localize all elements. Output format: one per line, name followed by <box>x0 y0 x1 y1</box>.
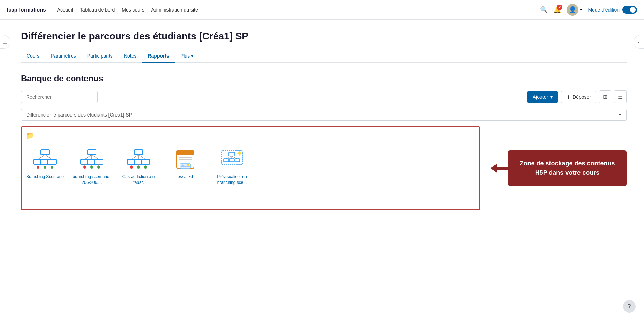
content-row: 📁 <box>21 126 627 210</box>
svg-rect-49 <box>229 152 235 156</box>
toolbar-right: Ajouter ▾ ⬆ Déposer ⊞ ☰ <box>527 90 627 103</box>
svg-line-16 <box>92 155 99 159</box>
svg-point-7 <box>37 166 39 169</box>
content-item-label-3: Cas addiction a u tabac <box>119 174 158 186</box>
svg-rect-6 <box>48 159 56 164</box>
svg-rect-26 <box>134 150 143 155</box>
content-item-label-4: essai kd <box>178 174 193 180</box>
user-avatar-button[interactable]: 👤 ▾ <box>567 4 582 16</box>
main-content: Différencier le parcours des étudiants [… <box>0 20 644 221</box>
notifications-button[interactable]: 🔔 2 <box>553 6 561 14</box>
search-input[interactable] <box>21 91 98 103</box>
nav-links: Accueil Tableau de bord Mes cours Admini… <box>57 7 198 13</box>
branching-icon-2 <box>78 147 106 172</box>
tab-rapports[interactable]: Rapports <box>142 50 174 63</box>
content-item-previsualiser[interactable]: Prévisualiser un branching sce... <box>213 147 251 186</box>
content-item-essai-kd[interactable]: essai kd <box>166 147 204 186</box>
svg-point-33 <box>130 166 133 169</box>
banque-de-contenus-title: Banque de contenus <box>21 74 627 83</box>
tab-plus[interactable]: Plus ▾ <box>175 50 199 63</box>
tab-notes[interactable]: Notes <box>118 50 142 63</box>
svg-line-14 <box>85 155 92 159</box>
content-item-label-1: Branching Scen ario <box>26 174 64 180</box>
svg-point-21 <box>90 166 93 169</box>
arrow-left-icon <box>491 163 508 173</box>
search-icon-button[interactable]: 🔍 <box>540 6 548 14</box>
image-icon-4 <box>171 147 199 172</box>
svg-point-8 <box>44 166 46 169</box>
branching-icon-3 <box>125 147 152 172</box>
svg-rect-55 <box>235 159 240 162</box>
svg-line-27 <box>132 155 138 159</box>
svg-rect-32 <box>141 159 150 164</box>
svg-rect-54 <box>229 159 234 162</box>
svg-rect-13 <box>88 150 96 155</box>
svg-line-3 <box>45 155 52 159</box>
svg-point-35 <box>144 166 147 169</box>
svg-point-20 <box>83 166 86 169</box>
branching-icon-1 <box>31 147 59 172</box>
content-item-label-5: Prévisualiser un branching sce... <box>213 174 251 186</box>
notifications-badge: 2 <box>557 5 562 10</box>
toggle-slider <box>622 6 637 14</box>
callout-box: Zone de stockage des contenus H5P dans v… <box>508 150 627 186</box>
chevron-down-icon: ▾ <box>550 94 553 100</box>
top-navigation: Icap formations Accueil Tableau de bord … <box>0 0 644 20</box>
chevron-down-icon: ▾ <box>580 7 582 12</box>
chevron-left-icon: ‹ <box>638 39 640 45</box>
svg-rect-42 <box>177 151 194 154</box>
list-view-button[interactable]: ☰ <box>614 90 627 103</box>
nav-tableau-de-bord[interactable]: Tableau de bord <box>80 7 115 13</box>
tab-parametres[interactable]: Paramètres <box>45 50 81 63</box>
brand-name: Icap formations <box>7 7 46 13</box>
avatar: 👤 <box>567 4 578 16</box>
svg-rect-19 <box>95 159 103 164</box>
svg-marker-57 <box>491 163 508 173</box>
callout-arrow-container <box>491 163 508 173</box>
toolbar: Ajouter ▾ ⬆ Déposer ⊞ ☰ <box>21 90 627 103</box>
upload-icon: ⬆ <box>566 94 570 100</box>
content-item-label-2: branching-scen ario-206-206.... <box>73 174 111 186</box>
svg-rect-0 <box>41 150 49 155</box>
grid-view-button[interactable]: ⊞ <box>599 90 611 103</box>
edition-mode-switch[interactable] <box>622 6 637 14</box>
svg-rect-53 <box>224 159 229 162</box>
chevron-down-icon: ▾ <box>191 53 193 59</box>
menu-icon: ☰ <box>3 39 8 45</box>
callout-text: Zone de stockage des contenus H5P dans v… <box>518 159 617 178</box>
content-item-cas-addiction[interactable]: Cas addiction a u tabac <box>119 147 158 186</box>
tabs-bar: Cours Paramètres Participants Notes Rapp… <box>21 50 627 63</box>
svg-point-47 <box>187 164 189 166</box>
svg-point-22 <box>97 166 100 169</box>
ajouter-button[interactable]: Ajouter ▾ <box>527 91 558 103</box>
content-box: 📁 <box>21 126 480 210</box>
branching-preview-icon-5 <box>218 147 246 172</box>
tab-cours[interactable]: Cours <box>21 50 45 63</box>
deposer-button[interactable]: ⬆ Déposer <box>561 91 596 103</box>
items-grid: Branching Scen ario <box>26 144 475 189</box>
svg-point-9 <box>51 166 53 169</box>
svg-line-29 <box>138 155 145 159</box>
mode-edition-toggle: Mode d'édition <box>588 6 637 14</box>
mode-edition-label: Mode d'édition <box>588 7 620 13</box>
course-select[interactable]: Différencier le parcours des étudiants [… <box>21 109 627 121</box>
nav-administration[interactable]: Administration du site <box>151 7 198 13</box>
folder-icon: 📁 <box>26 131 475 140</box>
nav-accueil[interactable]: Accueil <box>57 7 73 13</box>
top-right-actions: 🔍 🔔 2 👤 ▾ Mode d'édition <box>540 4 637 16</box>
tab-participants[interactable]: Participants <box>82 50 118 63</box>
svg-line-1 <box>38 155 45 159</box>
nav-mes-cours[interactable]: Mes cours <box>122 7 144 13</box>
content-item-branching-scenario[interactable]: Branching Scen ario <box>26 147 64 186</box>
svg-point-56 <box>238 152 241 155</box>
page-title: Différencier le parcours des étudiants [… <box>21 30 627 43</box>
svg-point-34 <box>137 166 140 169</box>
content-item-branching-206[interactable]: branching-scen ario-206-206.... <box>73 147 111 186</box>
